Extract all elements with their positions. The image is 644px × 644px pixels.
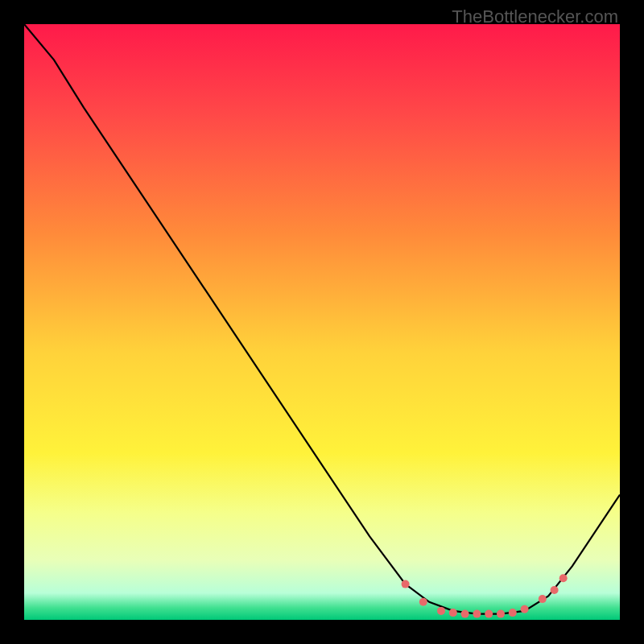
plot-area — [24, 24, 620, 620]
bottleneck-curve — [24, 24, 620, 614]
chart-svg — [24, 24, 620, 620]
curve-marker — [497, 610, 505, 618]
curve-marker — [539, 595, 547, 603]
curve-marker — [449, 609, 457, 617]
curve-marker — [473, 610, 481, 618]
curve-marker — [419, 598, 427, 606]
curve-marker — [521, 605, 529, 613]
curve-marker — [509, 609, 517, 617]
curve-marker — [461, 610, 469, 618]
curve-marker — [559, 574, 568, 582]
curve-marker — [437, 607, 445, 615]
curve-markers — [402, 574, 568, 617]
curve-marker — [551, 586, 559, 594]
curve-marker — [485, 610, 493, 618]
curve-marker — [402, 580, 410, 588]
watermark-text: TheBottlenecker.com — [452, 6, 618, 27]
